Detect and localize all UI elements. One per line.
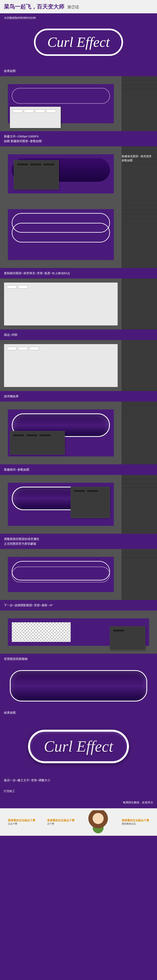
panel-row[interactable] — [122, 76, 157, 81]
vote-sub-1: 点点个赞 — [8, 822, 35, 826]
ps-screenshot-3 — [0, 201, 157, 268]
header-bar: 菜鸟一起飞，百天变大师 第⑦话 — [0, 0, 157, 13]
ps-shape-dialog — [10, 107, 61, 128]
dialog-field[interactable] — [24, 110, 34, 113]
step-9-label: 下一步~选择阴影图层~变形~扇形~-8° — [0, 600, 157, 611]
bevel-options — [4, 344, 118, 387]
path-shape-outline — [12, 88, 110, 104]
step-2-label: 新建文件~1500px*1500PX 如图 新建路径图形~参数如图 — [0, 131, 157, 146]
vote-sub-3: 觉得看的过去 — [122, 822, 149, 826]
ps-screenshot-1 — [0, 76, 157, 131]
duplicated-path-2 — [12, 223, 110, 242]
sticker-footer: 觉得看的过去就点个赞 点点个赞 觉得看的过去就点个赞 点个赞 觉得看的过去就点个… — [0, 808, 157, 836]
ps-gradient-adjust-dialog — [70, 487, 110, 518]
ps-canvas — [8, 84, 114, 123]
panel-row[interactable] — [122, 479, 157, 484]
panel-row[interactable] — [122, 475, 157, 479]
ps-panels: 新建填充图层~ 填充渐变 参数如图 — [122, 146, 157, 201]
ps-panels — [122, 76, 157, 131]
ps-canvas — [8, 209, 114, 260]
dialog-field[interactable] — [18, 347, 28, 350]
step-7-label: 新建路径~参数如图 — [0, 465, 157, 475]
dialog-field[interactable] — [17, 163, 29, 166]
vote-text-2: 觉得看的过去就点个赞 — [47, 819, 75, 822]
dialog-field[interactable] — [7, 285, 17, 288]
panel-row[interactable] — [122, 210, 157, 214]
step-11-label: 效果如图 — [0, 707, 157, 718]
ps-screenshot-2: 新建填充图层~ 填充渐变 参数如图 — [0, 146, 157, 201]
ps-blur-dialog — [110, 626, 145, 650]
panel-row[interactable] — [122, 81, 157, 85]
dialog-field[interactable] — [87, 490, 99, 492]
dialog-field[interactable] — [35, 110, 45, 113]
ps-panels — [122, 549, 157, 600]
production-time-note: 今日教程制作时间约3分钟 — [0, 13, 157, 23]
ps-screenshot-8 — [0, 549, 157, 600]
vote-sub-2: 点个赞 — [47, 822, 75, 826]
header-episode: 第⑦话 — [67, 5, 79, 10]
step-4-label: 复制路径图层~渐变填充~变形~弧度~向上移动82点 — [0, 268, 157, 278]
dialog-field[interactable] — [13, 434, 24, 437]
vote-text-1: 觉得看的过去就点个赞 — [8, 819, 35, 822]
ps-canvas — [8, 483, 114, 526]
ps-layer-style-dialog — [4, 282, 118, 326]
result-shape — [10, 670, 147, 702]
dialog-field[interactable] — [7, 347, 17, 350]
panel-row[interactable] — [122, 146, 157, 151]
ps-screenshot-7 — [0, 475, 157, 534]
curl-effect-title: Curl Effect — [34, 29, 123, 56]
step-10-label: 背景图层高斯模糊 — [0, 654, 157, 664]
schedule-note: 每周四次教程，欢迎关注 — [0, 797, 157, 808]
stroke-options — [4, 282, 118, 326]
panel-row[interactable] — [122, 85, 157, 89]
dialog-field[interactable] — [26, 434, 38, 437]
final-result: Curl Effect — [0, 718, 157, 775]
warped-shape — [11, 561, 111, 581]
dialog-field[interactable] — [30, 163, 42, 166]
done-label: 打完收工 — [0, 786, 157, 797]
ps-panels — [122, 402, 157, 465]
panel-row[interactable] — [122, 406, 157, 410]
dialog-field[interactable] — [43, 163, 55, 166]
dialog-field[interactable] — [46, 110, 56, 113]
panel-row[interactable] — [122, 402, 157, 406]
step-1-label: 效果如图 — [0, 66, 157, 76]
vote-block: 觉得看的过去就点个赞 点点个赞 — [8, 819, 35, 826]
final-curl-text: Curl Effect — [28, 730, 129, 763]
result-preview-block — [0, 664, 157, 707]
mascot-character — [87, 810, 110, 834]
vote-block: 觉得看的过去就点个赞 点个赞 — [47, 819, 75, 826]
dialog-field[interactable] — [74, 490, 85, 492]
panel-row[interactable] — [122, 201, 157, 205]
ps-canvas — [8, 557, 114, 592]
step-6-label: 加浮雕效果 — [0, 391, 157, 402]
header-title: 菜鸟一起飞，百天变大师 — [4, 3, 64, 10]
panel-row[interactable] — [122, 549, 157, 553]
ps-panels — [122, 278, 157, 329]
transparency-preview — [12, 622, 70, 642]
vote-block: 觉得看的过去就点个赞 觉得看的过去 — [122, 819, 149, 826]
ps-screenshot-5 — [0, 340, 157, 391]
ps-canvas — [8, 154, 114, 194]
dialog-field[interactable] — [18, 285, 28, 288]
ps-gradient-dialog — [14, 160, 59, 189]
dialog-field[interactable] — [39, 434, 51, 437]
panel-row[interactable] — [122, 214, 157, 218]
step-8-label: 调整新路径图层的渐变属性 之后把图层变为剪切蒙版 — [0, 534, 157, 549]
dialog-field[interactable] — [29, 347, 39, 350]
ps-canvas — [8, 409, 114, 457]
ps-new-path-dialog — [10, 431, 65, 455]
panel-row[interactable] — [122, 484, 157, 488]
ps-bevel-dialog — [4, 344, 118, 387]
panel-row[interactable] — [122, 205, 157, 210]
ps-canvas — [8, 618, 149, 646]
step-12-label: 最后一步~建立文字~变形~调整大小 — [0, 775, 157, 786]
hero-preview: Curl Effect — [0, 23, 157, 66]
ps-screenshot-4 — [0, 278, 157, 329]
dialog-field[interactable] — [113, 629, 125, 632]
ps-screenshot-6 — [0, 402, 157, 465]
panel-row[interactable] — [122, 553, 157, 558]
ps-panels — [122, 475, 157, 534]
vote-text-3: 觉得看的过去就点个赞 — [122, 819, 149, 822]
dialog-field[interactable] — [13, 110, 22, 113]
